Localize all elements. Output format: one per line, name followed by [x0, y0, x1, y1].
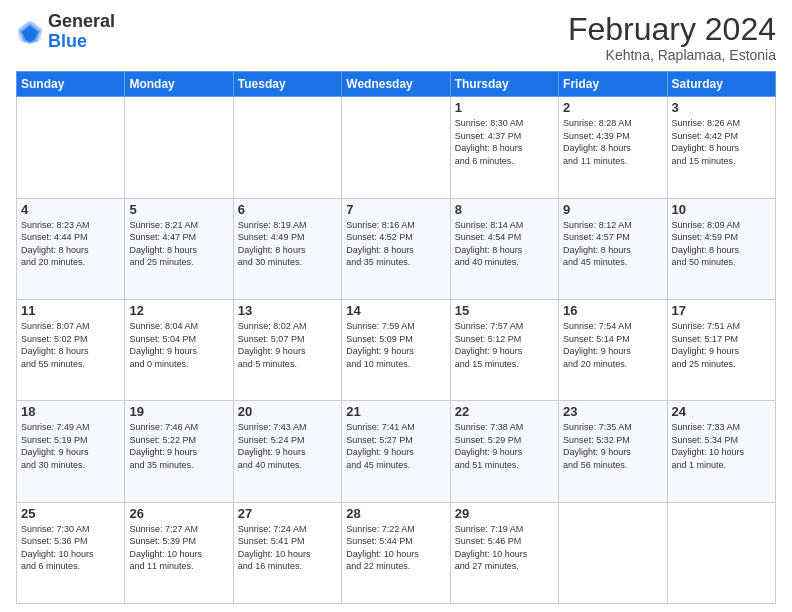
day-number: 4 — [21, 202, 120, 217]
day-info: Sunrise: 7:43 AM Sunset: 5:24 PM Dayligh… — [238, 421, 337, 471]
day-info: Sunrise: 7:38 AM Sunset: 5:29 PM Dayligh… — [455, 421, 554, 471]
day-of-week-thursday: Thursday — [450, 72, 558, 97]
day-number: 10 — [672, 202, 771, 217]
calendar-cell: 25Sunrise: 7:30 AM Sunset: 5:36 PM Dayli… — [17, 502, 125, 603]
day-number: 16 — [563, 303, 662, 318]
header: General Blue February 2024 Kehtna, Rapla… — [16, 12, 776, 63]
calendar-table: SundayMondayTuesdayWednesdayThursdayFrid… — [16, 71, 776, 604]
day-info: Sunrise: 8:26 AM Sunset: 4:42 PM Dayligh… — [672, 117, 771, 167]
calendar-cell: 10Sunrise: 8:09 AM Sunset: 4:59 PM Dayli… — [667, 198, 775, 299]
calendar-cell: 16Sunrise: 7:54 AM Sunset: 5:14 PM Dayli… — [559, 299, 667, 400]
calendar-cell: 23Sunrise: 7:35 AM Sunset: 5:32 PM Dayli… — [559, 401, 667, 502]
day-of-week-sunday: Sunday — [17, 72, 125, 97]
day-info: Sunrise: 8:07 AM Sunset: 5:02 PM Dayligh… — [21, 320, 120, 370]
calendar-cell: 7Sunrise: 8:16 AM Sunset: 4:52 PM Daylig… — [342, 198, 450, 299]
calendar-cell — [233, 97, 341, 198]
day-info: Sunrise: 7:57 AM Sunset: 5:12 PM Dayligh… — [455, 320, 554, 370]
calendar-cell: 9Sunrise: 8:12 AM Sunset: 4:57 PM Daylig… — [559, 198, 667, 299]
calendar-week-1: 1Sunrise: 8:30 AM Sunset: 4:37 PM Daylig… — [17, 97, 776, 198]
day-info: Sunrise: 8:16 AM Sunset: 4:52 PM Dayligh… — [346, 219, 445, 269]
calendar-cell: 17Sunrise: 7:51 AM Sunset: 5:17 PM Dayli… — [667, 299, 775, 400]
day-info: Sunrise: 7:27 AM Sunset: 5:39 PM Dayligh… — [129, 523, 228, 573]
day-of-week-monday: Monday — [125, 72, 233, 97]
calendar-cell: 20Sunrise: 7:43 AM Sunset: 5:24 PM Dayli… — [233, 401, 341, 502]
calendar-week-2: 4Sunrise: 8:23 AM Sunset: 4:44 PM Daylig… — [17, 198, 776, 299]
day-number: 12 — [129, 303, 228, 318]
day-info: Sunrise: 7:54 AM Sunset: 5:14 PM Dayligh… — [563, 320, 662, 370]
calendar-cell: 11Sunrise: 8:07 AM Sunset: 5:02 PM Dayli… — [17, 299, 125, 400]
day-number: 29 — [455, 506, 554, 521]
day-info: Sunrise: 7:59 AM Sunset: 5:09 PM Dayligh… — [346, 320, 445, 370]
day-number: 3 — [672, 100, 771, 115]
day-number: 21 — [346, 404, 445, 419]
calendar-cell: 28Sunrise: 7:22 AM Sunset: 5:44 PM Dayli… — [342, 502, 450, 603]
day-of-week-friday: Friday — [559, 72, 667, 97]
day-number: 28 — [346, 506, 445, 521]
day-info: Sunrise: 8:09 AM Sunset: 4:59 PM Dayligh… — [672, 219, 771, 269]
day-number: 9 — [563, 202, 662, 217]
calendar-cell: 3Sunrise: 8:26 AM Sunset: 4:42 PM Daylig… — [667, 97, 775, 198]
month-title: February 2024 — [568, 12, 776, 47]
calendar-week-5: 25Sunrise: 7:30 AM Sunset: 5:36 PM Dayli… — [17, 502, 776, 603]
day-info: Sunrise: 7:33 AM Sunset: 5:34 PM Dayligh… — [672, 421, 771, 471]
day-number: 17 — [672, 303, 771, 318]
calendar-header-row: SundayMondayTuesdayWednesdayThursdayFrid… — [17, 72, 776, 97]
day-number: 25 — [21, 506, 120, 521]
calendar-cell: 27Sunrise: 7:24 AM Sunset: 5:41 PM Dayli… — [233, 502, 341, 603]
calendar-cell: 12Sunrise: 8:04 AM Sunset: 5:04 PM Dayli… — [125, 299, 233, 400]
calendar-cell: 22Sunrise: 7:38 AM Sunset: 5:29 PM Dayli… — [450, 401, 558, 502]
calendar-cell: 13Sunrise: 8:02 AM Sunset: 5:07 PM Dayli… — [233, 299, 341, 400]
day-number: 8 — [455, 202, 554, 217]
day-info: Sunrise: 8:19 AM Sunset: 4:49 PM Dayligh… — [238, 219, 337, 269]
day-number: 13 — [238, 303, 337, 318]
day-number: 1 — [455, 100, 554, 115]
day-info: Sunrise: 7:46 AM Sunset: 5:22 PM Dayligh… — [129, 421, 228, 471]
day-of-week-saturday: Saturday — [667, 72, 775, 97]
day-info: Sunrise: 7:41 AM Sunset: 5:27 PM Dayligh… — [346, 421, 445, 471]
calendar-cell — [17, 97, 125, 198]
calendar-cell: 5Sunrise: 8:21 AM Sunset: 4:47 PM Daylig… — [125, 198, 233, 299]
day-number: 11 — [21, 303, 120, 318]
day-of-week-tuesday: Tuesday — [233, 72, 341, 97]
day-number: 15 — [455, 303, 554, 318]
calendar-cell — [342, 97, 450, 198]
day-number: 7 — [346, 202, 445, 217]
calendar-cell: 6Sunrise: 8:19 AM Sunset: 4:49 PM Daylig… — [233, 198, 341, 299]
day-number: 23 — [563, 404, 662, 419]
day-info: Sunrise: 7:24 AM Sunset: 5:41 PM Dayligh… — [238, 523, 337, 573]
day-info: Sunrise: 7:35 AM Sunset: 5:32 PM Dayligh… — [563, 421, 662, 471]
day-info: Sunrise: 7:22 AM Sunset: 5:44 PM Dayligh… — [346, 523, 445, 573]
calendar-cell: 18Sunrise: 7:49 AM Sunset: 5:19 PM Dayli… — [17, 401, 125, 502]
logo-general-text: General — [48, 11, 115, 31]
calendar-cell — [125, 97, 233, 198]
calendar-cell: 14Sunrise: 7:59 AM Sunset: 5:09 PM Dayli… — [342, 299, 450, 400]
calendar-cell: 15Sunrise: 7:57 AM Sunset: 5:12 PM Dayli… — [450, 299, 558, 400]
logo-blue-text: Blue — [48, 31, 87, 51]
calendar-cell: 1Sunrise: 8:30 AM Sunset: 4:37 PM Daylig… — [450, 97, 558, 198]
day-info: Sunrise: 8:02 AM Sunset: 5:07 PM Dayligh… — [238, 320, 337, 370]
day-number: 22 — [455, 404, 554, 419]
location-subtitle: Kehtna, Raplamaa, Estonia — [568, 47, 776, 63]
day-info: Sunrise: 8:12 AM Sunset: 4:57 PM Dayligh… — [563, 219, 662, 269]
calendar-cell: 2Sunrise: 8:28 AM Sunset: 4:39 PM Daylig… — [559, 97, 667, 198]
day-number: 27 — [238, 506, 337, 521]
calendar-week-3: 11Sunrise: 8:07 AM Sunset: 5:02 PM Dayli… — [17, 299, 776, 400]
day-number: 14 — [346, 303, 445, 318]
calendar-cell — [667, 502, 775, 603]
day-number: 2 — [563, 100, 662, 115]
day-number: 20 — [238, 404, 337, 419]
calendar-week-4: 18Sunrise: 7:49 AM Sunset: 5:19 PM Dayli… — [17, 401, 776, 502]
day-info: Sunrise: 8:30 AM Sunset: 4:37 PM Dayligh… — [455, 117, 554, 167]
day-info: Sunrise: 7:19 AM Sunset: 5:46 PM Dayligh… — [455, 523, 554, 573]
day-info: Sunrise: 8:21 AM Sunset: 4:47 PM Dayligh… — [129, 219, 228, 269]
calendar-cell: 21Sunrise: 7:41 AM Sunset: 5:27 PM Dayli… — [342, 401, 450, 502]
day-number: 19 — [129, 404, 228, 419]
day-number: 26 — [129, 506, 228, 521]
logo-text: General Blue — [48, 12, 115, 52]
calendar-cell: 19Sunrise: 7:46 AM Sunset: 5:22 PM Dayli… — [125, 401, 233, 502]
day-number: 6 — [238, 202, 337, 217]
day-info: Sunrise: 8:04 AM Sunset: 5:04 PM Dayligh… — [129, 320, 228, 370]
day-number: 18 — [21, 404, 120, 419]
day-info: Sunrise: 8:28 AM Sunset: 4:39 PM Dayligh… — [563, 117, 662, 167]
day-info: Sunrise: 8:14 AM Sunset: 4:54 PM Dayligh… — [455, 219, 554, 269]
